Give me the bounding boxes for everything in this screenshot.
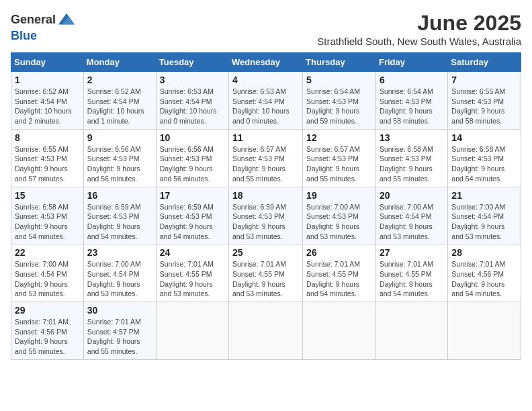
day-detail: Sunrise: 6:59 AMSunset: 4:53 PMDaylight:…: [160, 203, 214, 240]
day-number: 26: [306, 247, 372, 258]
calendar-cell: 22 Sunrise: 7:00 AMSunset: 4:54 PMDaylig…: [11, 244, 84, 302]
calendar-cell: 19 Sunrise: 7:00 AMSunset: 4:53 PMDaylig…: [303, 187, 376, 244]
day-number: 19: [306, 190, 372, 201]
day-number: 2: [87, 75, 152, 85]
logo: General Blue: [11, 11, 76, 43]
header-tuesday: Tuesday: [156, 53, 228, 72]
logo-icon: [57, 11, 76, 30]
day-number: 28: [451, 247, 517, 258]
day-detail: Sunrise: 6:58 AMSunset: 4:53 PMDaylight:…: [451, 145, 505, 183]
title-area: June 2025 Strathfield South, New South W…: [317, 11, 521, 47]
day-number: 30: [87, 305, 152, 316]
day-number: 5: [306, 75, 372, 85]
day-detail: Sunrise: 7:00 AMSunset: 4:54 PMDaylight:…: [15, 260, 69, 298]
header: General Blue June 2025 Strathfield South…: [11, 11, 521, 47]
day-detail: Sunrise: 6:52 AMSunset: 4:54 PMDaylight:…: [87, 87, 144, 125]
day-detail: Sunrise: 7:01 AMSunset: 4:55 PMDaylight:…: [232, 260, 286, 298]
calendar-cell: 1 Sunrise: 6:52 AMSunset: 4:54 PMDayligh…: [11, 72, 84, 130]
day-detail: Sunrise: 6:56 AMSunset: 4:53 PMDaylight:…: [87, 145, 141, 183]
day-detail: Sunrise: 6:53 AMSunset: 4:54 PMDaylight:…: [232, 87, 290, 125]
day-detail: Sunrise: 6:54 AMSunset: 4:53 PMDaylight:…: [306, 87, 360, 125]
calendar-cell: 26 Sunrise: 7:01 AMSunset: 4:55 PMDaylig…: [303, 244, 376, 302]
day-detail: Sunrise: 6:55 AMSunset: 4:53 PMDaylight:…: [451, 87, 505, 125]
calendar-cell: 18 Sunrise: 6:59 AMSunset: 4:53 PMDaylig…: [229, 187, 303, 244]
day-number: 18: [232, 190, 299, 201]
day-number: 16: [87, 190, 152, 201]
day-detail: Sunrise: 7:00 AMSunset: 4:54 PMDaylight:…: [451, 203, 505, 240]
calendar-cell: [156, 302, 228, 360]
calendar-week-row: 22 Sunrise: 7:00 AMSunset: 4:54 PMDaylig…: [11, 244, 521, 302]
calendar-week-row: 15 Sunrise: 6:58 AMSunset: 4:53 PMDaylig…: [11, 187, 521, 244]
day-number: 9: [87, 132, 152, 143]
day-detail: Sunrise: 6:54 AMSunset: 4:53 PMDaylight:…: [380, 87, 433, 125]
day-detail: Sunrise: 6:53 AMSunset: 4:54 PMDaylight:…: [160, 87, 217, 125]
day-detail: Sunrise: 7:01 AMSunset: 4:55 PMDaylight:…: [380, 260, 433, 298]
calendar-cell: 21 Sunrise: 7:00 AMSunset: 4:54 PMDaylig…: [448, 187, 521, 244]
day-number: 10: [160, 132, 225, 143]
day-number: 13: [380, 132, 444, 143]
day-detail: Sunrise: 6:59 AMSunset: 4:53 PMDaylight:…: [232, 203, 286, 240]
calendar-cell: 4 Sunrise: 6:53 AMSunset: 4:54 PMDayligh…: [229, 72, 303, 130]
calendar-cell: [448, 302, 521, 360]
calendar-cell: 13 Sunrise: 6:58 AMSunset: 4:53 PMDaylig…: [375, 129, 447, 187]
calendar-cell: 6 Sunrise: 6:54 AMSunset: 4:53 PMDayligh…: [375, 72, 447, 130]
day-number: 24: [160, 247, 225, 258]
header-friday: Friday: [375, 53, 447, 72]
calendar-cell: 17 Sunrise: 6:59 AMSunset: 4:53 PMDaylig…: [156, 187, 228, 244]
day-number: 12: [306, 132, 372, 143]
calendar-cell: 24 Sunrise: 7:01 AMSunset: 4:55 PMDaylig…: [156, 244, 228, 302]
day-number: 1: [15, 75, 80, 85]
calendar-week-row: 29 Sunrise: 7:01 AMSunset: 4:56 PMDaylig…: [11, 302, 521, 360]
calendar-cell: 5 Sunrise: 6:54 AMSunset: 4:53 PMDayligh…: [303, 72, 376, 130]
day-number: 14: [451, 132, 517, 143]
day-number: 4: [232, 75, 299, 85]
calendar-cell: [375, 302, 447, 360]
day-number: 27: [380, 247, 444, 258]
calendar-cell: 2 Sunrise: 6:52 AMSunset: 4:54 PMDayligh…: [83, 72, 156, 130]
day-number: 7: [451, 75, 517, 85]
calendar-cell: 12 Sunrise: 6:57 AMSunset: 4:53 PMDaylig…: [303, 129, 376, 187]
day-detail: Sunrise: 7:01 AMSunset: 4:57 PMDaylight:…: [87, 318, 141, 355]
day-number: 3: [160, 75, 225, 85]
day-detail: Sunrise: 6:58 AMSunset: 4:53 PMDaylight:…: [380, 145, 433, 183]
day-detail: Sunrise: 6:52 AMSunset: 4:54 PMDaylight:…: [15, 87, 72, 125]
day-number: 8: [15, 132, 80, 143]
calendar-cell: 10 Sunrise: 6:56 AMSunset: 4:53 PMDaylig…: [156, 129, 228, 187]
day-detail: Sunrise: 7:00 AMSunset: 4:54 PMDaylight:…: [87, 260, 141, 298]
location-title: Strathfield South, New South Wales, Aust…: [317, 36, 521, 47]
calendar-week-row: 1 Sunrise: 6:52 AMSunset: 4:54 PMDayligh…: [11, 72, 521, 130]
day-detail: Sunrise: 7:00 AMSunset: 4:54 PMDaylight:…: [380, 203, 433, 240]
calendar-cell: 14 Sunrise: 6:58 AMSunset: 4:53 PMDaylig…: [448, 129, 521, 187]
day-detail: Sunrise: 7:01 AMSunset: 4:56 PMDaylight:…: [15, 318, 69, 355]
calendar-cell: 27 Sunrise: 7:01 AMSunset: 4:55 PMDaylig…: [375, 244, 447, 302]
month-title: June 2025: [317, 11, 521, 36]
day-number: 20: [380, 190, 444, 201]
day-number: 22: [15, 247, 80, 258]
header-wednesday: Wednesday: [229, 53, 303, 72]
calendar-header-row: SundayMondayTuesdayWednesdayThursdayFrid…: [11, 53, 521, 72]
day-detail: Sunrise: 7:01 AMSunset: 4:55 PMDaylight:…: [306, 260, 360, 298]
calendar-table: SundayMondayTuesdayWednesdayThursdayFrid…: [11, 52, 521, 360]
day-detail: Sunrise: 6:57 AMSunset: 4:53 PMDaylight:…: [306, 145, 360, 183]
day-number: 11: [232, 132, 299, 143]
day-detail: Sunrise: 6:56 AMSunset: 4:53 PMDaylight:…: [160, 145, 214, 183]
calendar-week-row: 8 Sunrise: 6:55 AMSunset: 4:53 PMDayligh…: [11, 129, 521, 187]
day-detail: Sunrise: 6:58 AMSunset: 4:53 PMDaylight:…: [15, 203, 69, 240]
day-number: 29: [15, 305, 80, 316]
calendar-cell: 8 Sunrise: 6:55 AMSunset: 4:53 PMDayligh…: [11, 129, 84, 187]
calendar-cell: 29 Sunrise: 7:01 AMSunset: 4:56 PMDaylig…: [11, 302, 84, 360]
header-sunday: Sunday: [11, 53, 84, 72]
calendar-cell: 28 Sunrise: 7:01 AMSunset: 4:56 PMDaylig…: [448, 244, 521, 302]
calendar-cell: 20 Sunrise: 7:00 AMSunset: 4:54 PMDaylig…: [375, 187, 447, 244]
day-number: 15: [15, 190, 80, 201]
calendar-cell: [229, 302, 303, 360]
header-thursday: Thursday: [303, 53, 376, 72]
day-detail: Sunrise: 7:00 AMSunset: 4:53 PMDaylight:…: [306, 203, 360, 240]
logo-general: General: [11, 13, 56, 27]
calendar-cell: 3 Sunrise: 6:53 AMSunset: 4:54 PMDayligh…: [156, 72, 228, 130]
logo-blue: Blue: [11, 30, 76, 43]
calendar-cell: 16 Sunrise: 6:59 AMSunset: 4:53 PMDaylig…: [83, 187, 156, 244]
day-detail: Sunrise: 6:57 AMSunset: 4:53 PMDaylight:…: [232, 145, 286, 183]
header-saturday: Saturday: [448, 53, 521, 72]
calendar-cell: 23 Sunrise: 7:00 AMSunset: 4:54 PMDaylig…: [83, 244, 156, 302]
